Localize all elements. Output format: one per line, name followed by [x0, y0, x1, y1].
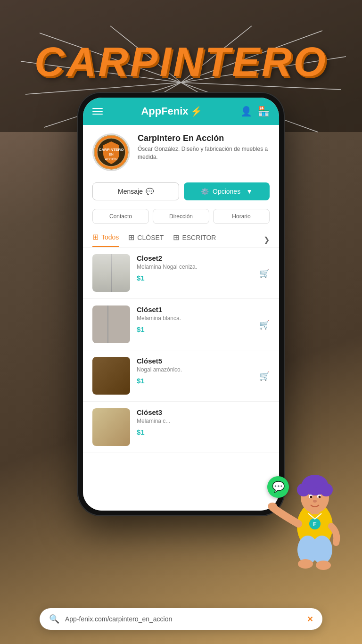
- grid-icon-3: ⊞: [173, 233, 179, 242]
- svg-text:F: F: [313, 521, 316, 528]
- product-image-closet5: [92, 357, 130, 395]
- address-tab[interactable]: Dirección: [153, 209, 209, 224]
- category-tabs: ⊞ Todos ⊞ CLÓSET ⊞ ESCRITOR ❯: [83, 228, 279, 248]
- product-image-closet2: [92, 254, 130, 292]
- cat-tab-todos[interactable]: ⊞ Todos: [92, 232, 119, 247]
- hamburger-menu[interactable]: [92, 108, 103, 115]
- main-title: CARPINTERO: [0, 38, 362, 86]
- grid-icon-2: ⊞: [128, 233, 134, 242]
- whatsapp-button[interactable]: 💬: [267, 476, 289, 498]
- svg-point-30: [310, 496, 313, 498]
- product-description: Melamina Nogal ceniza.: [137, 264, 253, 270]
- whatsapp-icon: 💬: [272, 481, 285, 493]
- svg-point-32: [313, 500, 317, 503]
- search-icon: 🔍: [49, 614, 59, 624]
- gear-icon: ⚙️: [201, 188, 209, 195]
- svg-point-20: [298, 559, 313, 569]
- business-name: Carpintero En Acción: [138, 133, 270, 143]
- action-row: Mensaje 💬 ⚙️ Opciones ▼: [83, 178, 279, 205]
- chevron-down-icon: ▼: [246, 188, 253, 195]
- store-icon[interactable]: 🏪: [258, 106, 270, 117]
- products-list: Closet2 Melamina Nogal ceniza. $1 🛒 Clós…: [83, 248, 279, 511]
- profile-info: Carpintero En Acción Óscar González. Dis…: [138, 133, 270, 161]
- svg-text:ACCIÓN: ACCIÓN: [105, 157, 117, 161]
- phone-screen: AppFenix ⚡ 👤 🏪: [83, 98, 279, 511]
- product-description: Nogal amazónico.: [137, 366, 253, 373]
- product-image-closet3: [92, 408, 130, 446]
- svg-point-31: [319, 496, 321, 498]
- product-item[interactable]: Clóset3 Melamina c... $1: [83, 402, 279, 453]
- url-text[interactable]: App-fenix.com/carpintero_en_accion: [65, 615, 301, 623]
- product-item[interactable]: Clóset1 Melamina blanca. $1 🛒: [83, 299, 279, 350]
- product-description: Melamina c...: [137, 418, 270, 424]
- product-price: $1: [137, 274, 253, 282]
- product-name: Clóset1: [137, 305, 253, 314]
- business-description: Óscar González. Diseño y fabricación de …: [138, 145, 270, 161]
- options-label: Opciones: [213, 188, 240, 195]
- options-button[interactable]: ⚙️ Opciones ▼: [184, 182, 270, 200]
- user-icon[interactable]: 👤: [240, 106, 252, 117]
- add-to-cart-icon[interactable]: 🛒: [259, 320, 270, 330]
- header-icons: 👤 🏪: [240, 106, 270, 117]
- svg-point-27: [306, 475, 323, 488]
- character-3d: F: [268, 439, 362, 590]
- svg-text:CARPINTERO: CARPINTERO: [99, 148, 124, 152]
- app-logo: AppFenix ⚡: [141, 105, 202, 117]
- product-item[interactable]: Closet2 Melamina Nogal ceniza. $1 🛒: [83, 248, 279, 299]
- cat-closet-label: CLÓSET: [137, 234, 164, 241]
- svg-point-19: [312, 536, 332, 564]
- cat-tab-escritor[interactable]: ⊞ ESCRITOR: [173, 233, 216, 247]
- product-name: Clóset5: [137, 357, 253, 365]
- info-tabs: Contacto Dirección Horario: [83, 205, 279, 228]
- add-to-cart-icon[interactable]: 🛒: [259, 268, 270, 279]
- product-image-closet1: [92, 305, 130, 343]
- svg-point-33: [268, 503, 277, 510]
- cat-tab-closet[interactable]: ⊞ CLÓSET: [128, 233, 164, 247]
- contact-tab[interactable]: Contacto: [92, 209, 149, 224]
- business-logo: CARPINTERO EN ACCIÓN: [92, 133, 130, 171]
- product-name: Closet2: [137, 254, 253, 262]
- svg-text:EN: EN: [109, 153, 114, 156]
- schedule-tab[interactable]: Horario: [213, 209, 270, 224]
- close-icon[interactable]: ✕: [307, 615, 313, 624]
- more-categories-icon[interactable]: ❯: [263, 235, 270, 244]
- url-bar: 🔍 App-fenix.com/carpintero_en_accion ✕: [40, 608, 322, 630]
- app-name-text: AppFenix: [141, 105, 188, 117]
- profile-section: CARPINTERO EN ACCIÓN Carpintero En Acció…: [83, 125, 279, 178]
- product-price: $1: [137, 428, 270, 436]
- grid-icon: ⊞: [92, 232, 99, 241]
- product-name: Clóset3: [137, 408, 270, 416]
- cat-escritor-label: ESCRITOR: [182, 234, 216, 241]
- message-button[interactable]: Mensaje 💬: [92, 182, 179, 200]
- product-price: $1: [137, 325, 253, 333]
- phone-mockup: AppFenix ⚡ 👤 🏪: [77, 92, 285, 516]
- add-to-cart-icon[interactable]: 🛒: [259, 371, 270, 381]
- product-description: Melamina blanca.: [137, 315, 253, 322]
- logo-svg: CARPINTERO EN ACCIÓN: [95, 136, 128, 169]
- svg-point-21: [316, 561, 331, 570]
- product-info-closet3: Clóset3 Melamina c... $1: [137, 408, 270, 436]
- product-price: $1: [137, 377, 253, 385]
- product-info-closet1: Clóset1 Melamina blanca. $1: [137, 305, 253, 333]
- product-item[interactable]: Clóset5 Nogal amazónico. $1 🛒: [83, 350, 279, 402]
- phone-frame: AppFenix ⚡ 👤 🏪: [77, 92, 285, 516]
- logo-inner: CARPINTERO EN ACCIÓN: [94, 135, 129, 170]
- cat-todos-label: Todos: [101, 233, 119, 241]
- product-info-closet2: Closet2 Melamina Nogal ceniza. $1: [137, 254, 253, 282]
- app-header: AppFenix ⚡ 👤 🏪: [83, 98, 279, 125]
- character-svg: F: [268, 439, 362, 590]
- product-info-closet5: Clóset5 Nogal amazónico. $1: [137, 357, 253, 385]
- bolt-icon: ⚡: [190, 106, 202, 117]
- message-icon: 💬: [146, 188, 154, 195]
- message-label: Mensaje: [118, 188, 143, 195]
